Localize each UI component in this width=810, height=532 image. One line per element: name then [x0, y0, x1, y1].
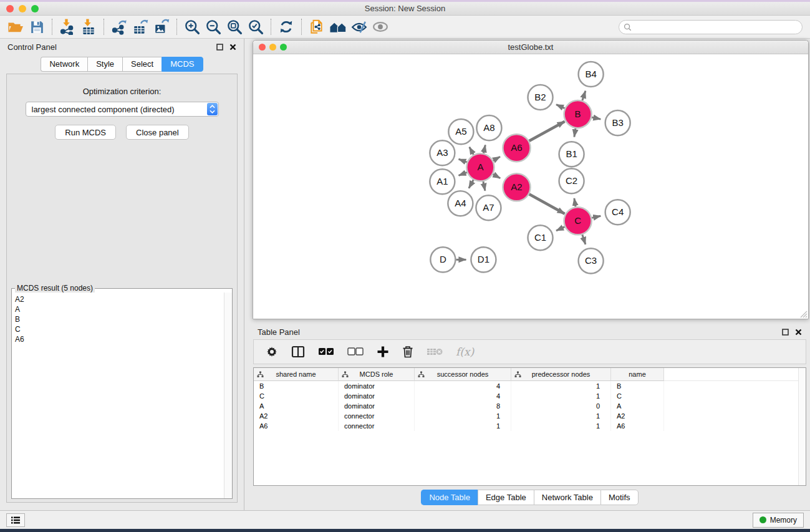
column-header-name[interactable]: name — [611, 368, 664, 381]
graph-edge-A-A2[interactable] — [493, 174, 501, 178]
graph-node-B2[interactable]: B2 — [528, 85, 552, 110]
graph-node-D[interactable]: D — [430, 247, 455, 272]
graph-node-A7[interactable]: A7 — [476, 195, 501, 220]
resize-grip-icon[interactable] — [799, 309, 808, 318]
optimization-criterion-select[interactable]: largest connected component (directed) — [26, 102, 219, 117]
graph-node-A1[interactable]: A1 — [430, 169, 455, 194]
graph-edge-B-B3[interactable] — [592, 117, 600, 119]
zoom-fit-button[interactable] — [224, 17, 245, 36]
zoom-in-button[interactable] — [181, 17, 203, 36]
deselect-all-rows-icon[interactable] — [347, 347, 364, 356]
graph-edge-A-A8[interactable] — [483, 145, 485, 153]
zoom-selected-button[interactable] — [245, 17, 266, 36]
graph-node-A4[interactable]: A4 — [448, 191, 473, 216]
zoom-window-button[interactable] — [31, 5, 39, 12]
hide-graphics-details-button[interactable] — [349, 17, 370, 36]
refresh-button[interactable] — [276, 17, 297, 36]
task-history-button[interactable] — [6, 513, 25, 527]
show-graphics-details-button[interactable] — [370, 17, 391, 36]
graph-edge-A-A5[interactable] — [470, 147, 474, 154]
graph-edge-B-B2[interactable] — [556, 104, 565, 108]
table-scrollbar[interactable] — [798, 368, 806, 485]
graph-edge-A2-C[interactable] — [529, 194, 565, 213]
float-table-panel-icon[interactable] — [782, 329, 789, 336]
graph-node-B3[interactable]: B3 — [605, 110, 630, 135]
tab-style[interactable]: Style — [87, 57, 122, 72]
graph-node-A5[interactable]: A5 — [448, 119, 473, 144]
tab-node-table[interactable]: Node Table — [421, 490, 478, 505]
graph-edge-A-A6[interactable] — [493, 157, 500, 160]
graph-edge-A-A7[interactable] — [483, 181, 485, 190]
graph-node-A[interactable]: A — [466, 153, 494, 181]
mcds-result-item-c[interactable]: C — [15, 324, 232, 334]
mcds-result-scrollbar[interactable] — [224, 293, 232, 498]
network-window-titlebar[interactable]: testGlobe.txt — [253, 41, 808, 54]
table-row-b[interactable]: Bdominator41B — [254, 381, 806, 391]
open-session-button[interactable] — [5, 17, 26, 36]
table-row-c[interactable]: Cdominator41C — [254, 391, 806, 401]
table-row-a6[interactable]: A6connector11A6 — [254, 421, 806, 431]
delete-column-trash-icon[interactable] — [402, 346, 413, 358]
run-mcds-button[interactable]: Run MCDS — [55, 125, 116, 140]
table-row-a2[interactable]: A2connector11A2 — [254, 411, 806, 421]
tab-select[interactable]: Select — [122, 57, 162, 72]
mcds-result-item-a[interactable]: A — [15, 304, 232, 314]
close-panel-button[interactable]: Close panel — [126, 125, 189, 140]
mcds-result-item-a6[interactable]: A6 — [15, 334, 232, 344]
float-panel-icon[interactable] — [216, 44, 223, 51]
graph-node-B1[interactable]: B1 — [559, 142, 584, 167]
graph-node-C4[interactable]: C4 — [605, 200, 630, 225]
network-close-button[interactable] — [259, 44, 266, 51]
graph-edge-C-C4[interactable] — [592, 216, 600, 218]
graph-edge-A6-B[interactable] — [529, 121, 565, 140]
table-settings-gear-icon[interactable] — [266, 346, 278, 358]
table-row-a[interactable]: Adominator80A — [254, 401, 806, 411]
graph-edge-A-A4[interactable] — [469, 180, 473, 188]
graph-edge-B-B1[interactable] — [574, 128, 576, 137]
network-canvas[interactable]: B4B2BB3A8A5A6A3B1AA1C2A2A4A7C4CC1C3DD1 — [253, 54, 808, 319]
home-panel-button[interactable] — [327, 17, 349, 36]
graph-node-A8[interactable]: A8 — [476, 115, 501, 140]
graph-node-C1[interactable]: C1 — [528, 225, 552, 250]
graph-edge-C-C2[interactable] — [574, 198, 576, 206]
save-session-button[interactable] — [26, 17, 47, 36]
tab-edge-table[interactable]: Edge Table — [478, 490, 534, 505]
new-network-from-selection-button[interactable] — [306, 17, 327, 36]
select-all-rows-icon[interactable] — [318, 347, 334, 356]
graph-edge-A-A1[interactable] — [459, 172, 467, 175]
add-column-icon[interactable] — [377, 346, 389, 358]
search-input[interactable] — [619, 20, 803, 34]
column-header-predecessor-nodes[interactable]: predecessor nodes — [511, 368, 611, 381]
import-network-button[interactable] — [57, 17, 78, 36]
import-table-button[interactable] — [78, 17, 99, 36]
memory-button[interactable]: Memory — [753, 513, 804, 528]
mcds-result-item-b[interactable]: B — [15, 314, 232, 324]
column-header-successor-nodes[interactable]: successor nodes — [415, 368, 511, 381]
export-network-button[interactable] — [108, 17, 130, 36]
export-table-button[interactable] — [130, 17, 151, 36]
tab-mcds[interactable]: MCDS — [162, 57, 203, 72]
graph-node-A2[interactable]: A2 — [503, 173, 530, 201]
zoom-out-button[interactable] — [203, 17, 224, 36]
column-header-shared-name[interactable]: shared name — [254, 368, 339, 381]
close-panel-icon[interactable] — [229, 44, 236, 51]
graph-edge-A-A3[interactable] — [459, 159, 467, 162]
show-columns-icon[interactable] — [291, 346, 305, 358]
tab-motifs[interactable]: Motifs — [600, 490, 639, 505]
graph-node-C2[interactable]: C2 — [559, 168, 584, 193]
graph-node-A3[interactable]: A3 — [430, 140, 455, 165]
graph-edge-C-C3[interactable] — [582, 235, 586, 244]
close-window-button[interactable] — [6, 5, 14, 12]
graph-node-C3[interactable]: C3 — [579, 248, 604, 273]
export-image-button[interactable] — [151, 17, 172, 36]
tab-network-table[interactable]: Network Table — [534, 490, 600, 505]
column-header-mcds-role[interactable]: MCDS role — [339, 368, 415, 381]
graph-node-A6[interactable]: A6 — [503, 134, 530, 162]
tab-network[interactable]: Network — [41, 57, 87, 72]
graph-node-D1[interactable]: D1 — [471, 247, 496, 272]
graph-node-C[interactable]: C — [564, 207, 592, 235]
network-minimize-button[interactable] — [269, 44, 276, 51]
graph-node-B[interactable]: B — [564, 100, 592, 128]
network-zoom-button[interactable] — [280, 44, 287, 51]
graph-edge-B-B4[interactable] — [582, 90, 586, 100]
